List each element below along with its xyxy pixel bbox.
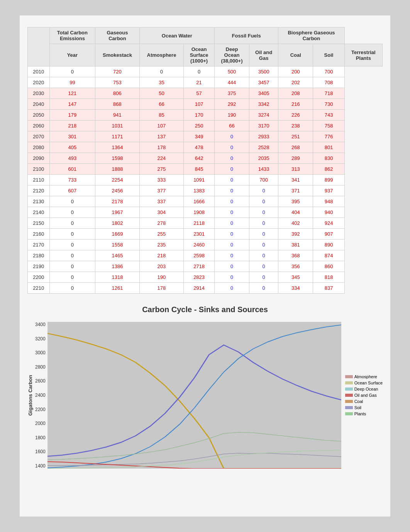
legend-color: [345, 406, 353, 409]
table-row: 20209975335214443457202708: [28, 77, 383, 88]
table-cell: 718: [313, 88, 344, 99]
chart-legend: AtmosphereOcean SurfaceDeep OceanOil and…: [341, 322, 383, 469]
table-cell: 0: [249, 283, 278, 294]
table-cell: 2178: [95, 196, 140, 207]
table-cell: 2060: [28, 121, 50, 131]
table-cell: 845: [184, 164, 215, 175]
table-cell: 50: [139, 88, 183, 99]
table-cell: 753: [95, 77, 140, 88]
table-cell: 1031: [95, 121, 140, 131]
legend-color: [345, 375, 353, 378]
legend-item: Soil: [345, 405, 383, 410]
y-axis-label: 2200: [35, 407, 46, 412]
chart-inner: 3400320030002800260024002200200018001600…: [35, 322, 383, 469]
table-row: 2110733225433310910700341899: [28, 175, 383, 185]
table-cell: 2090: [28, 153, 50, 164]
table-row: 213002178337166600395948: [28, 196, 383, 207]
table-cell: 137: [139, 131, 183, 142]
table-cell: 733: [49, 175, 95, 185]
table-cell: 0: [214, 175, 249, 185]
table-cell: 349: [184, 131, 215, 142]
table-cell: 2718: [184, 261, 215, 272]
table-row: 20100720005003500200700: [28, 66, 383, 77]
table-cell: 1908: [184, 207, 215, 218]
carbon-data-table: Total CarbonEmissions GaseousCarbon Ocea…: [27, 27, 383, 294]
table-cell: 178: [139, 142, 183, 153]
table-cell: 341: [278, 175, 313, 185]
table-cell: 1383: [184, 185, 215, 196]
table-cell: 0: [249, 196, 278, 207]
table-cell: 1364: [95, 142, 140, 153]
table-row: 216001669255230100392907: [28, 229, 383, 240]
table-cell: 208: [278, 88, 313, 99]
table-cell: 1802: [95, 218, 140, 229]
table-row: 2100601188827584501433313862: [28, 164, 383, 175]
table-cell: 444: [214, 77, 249, 88]
table-cell: 0: [49, 272, 95, 283]
table-row: 21206072456377138300371937: [28, 185, 383, 196]
table-cell: 0: [214, 229, 249, 240]
legend-color: [345, 400, 353, 403]
table-row: 218001465218259800368874: [28, 250, 383, 261]
table-cell: 66: [214, 121, 249, 131]
table-cell: 301: [49, 131, 95, 142]
table-cell: 178: [139, 283, 183, 294]
legend-label: Deep Ocean: [354, 387, 378, 391]
table-cell: 837: [313, 283, 344, 294]
table-cell: 806: [95, 88, 140, 99]
table-cell: 268: [278, 142, 313, 153]
table-cell: 0: [214, 131, 249, 142]
table-row: 219001386203271800356860: [28, 261, 383, 272]
table-cell: 0: [214, 250, 249, 261]
table-cell: 720: [95, 66, 140, 77]
table-cell: 2080: [28, 142, 50, 153]
table-cell: 2301: [184, 229, 215, 240]
legend-item: Ocean Surface: [345, 381, 383, 385]
table-cell: 216: [278, 99, 313, 110]
table-row: 203012180650573753405208718: [28, 88, 383, 99]
legend-color: [345, 388, 353, 391]
table-cell: 1433: [249, 164, 278, 175]
table-cell: 345: [278, 272, 313, 283]
table-cell: 0: [249, 229, 278, 240]
table-row: 214001967304190800404940: [28, 207, 383, 218]
table-cell: 0: [249, 261, 278, 272]
table-cell: 758: [313, 121, 344, 131]
table-cell: 190: [139, 272, 183, 283]
table-cell: 2110: [28, 175, 50, 185]
table-cell: 371: [278, 185, 313, 196]
table-cell: 392: [278, 229, 313, 240]
table-cell: 700: [249, 175, 278, 185]
legend-label: Atmosphere: [354, 374, 377, 379]
table-cell: 0: [249, 207, 278, 218]
table-cell: 2254: [95, 175, 140, 185]
table-cell: 356: [278, 261, 313, 272]
table-cell: 2100: [28, 164, 50, 175]
header-coal: Coal: [278, 44, 313, 66]
table-cell: 2914: [184, 283, 215, 294]
header-soil: Soil: [313, 44, 344, 66]
table-row: 215001802278211800402924: [28, 218, 383, 229]
table-cell: 107: [184, 99, 215, 110]
y-axis-label: 1800: [35, 435, 46, 440]
legend-item: Plants: [345, 411, 383, 416]
table-cell: 218: [139, 250, 183, 261]
table-cell: 607: [49, 185, 95, 196]
table-cell: 278: [139, 218, 183, 229]
table-cell: 1666: [184, 196, 215, 207]
y-axis-label: 3200: [35, 336, 46, 342]
table-cell: 899: [313, 175, 344, 185]
table-cell: 3274: [249, 110, 278, 121]
table-cell: 2160: [28, 229, 50, 240]
table-row: 20602181031107250663170238758: [28, 121, 383, 131]
header-biosphere: Biosphere GaseousCarbon: [278, 27, 344, 44]
y-axis-label: 2600: [35, 378, 46, 384]
table-cell: 941: [95, 110, 140, 121]
y-axis-label: 3000: [35, 350, 46, 355]
table-cell: 375: [214, 88, 249, 99]
table-cell: 478: [184, 142, 215, 153]
table-cell: 0: [249, 272, 278, 283]
table-cell: 2190: [28, 261, 50, 272]
table-cell: 21: [184, 77, 215, 88]
table-cell: 860: [313, 261, 344, 272]
